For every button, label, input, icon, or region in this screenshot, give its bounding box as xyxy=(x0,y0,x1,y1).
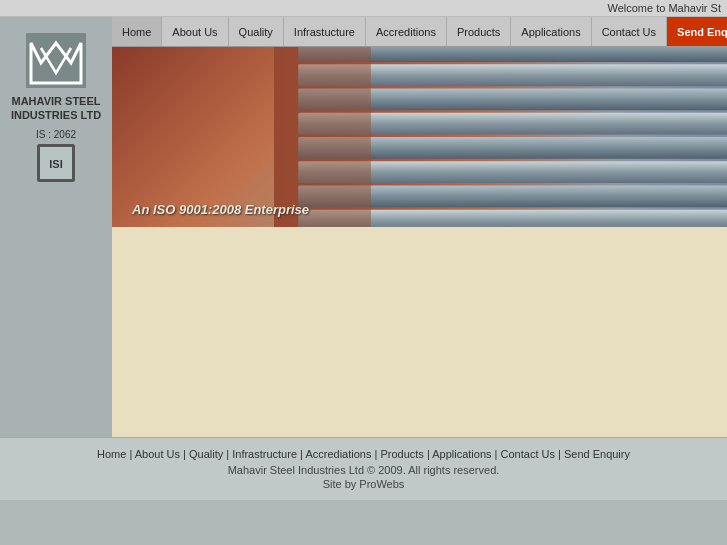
footer-link-enquiry[interactable]: Send Enquiry xyxy=(564,448,630,460)
svg-rect-13 xyxy=(274,47,371,227)
is-label: IS : 2062 xyxy=(36,129,76,140)
ist-badge: ISI xyxy=(37,144,75,182)
footer-credit: Site by ProWebs xyxy=(10,478,717,490)
footer-link-about[interactable]: About Us xyxy=(135,448,180,460)
iso-certification-text: An ISO 9001:2008 Enterprise xyxy=(132,202,309,217)
nav-quality[interactable]: Quality xyxy=(229,17,284,46)
send-enquiry-button[interactable]: Send Enquiry xyxy=(667,17,727,46)
footer-link-accreditations[interactable]: Accrediations xyxy=(305,448,371,460)
top-section: MAHAVIR STEELINDUSTRIES LTD IS : 2062 IS… xyxy=(0,17,727,437)
nav-accreditions[interactable]: Accreditions xyxy=(366,17,447,46)
content-area: Home About Us Quality Infrastucture Accr… xyxy=(112,17,727,437)
welcome-text: Welcome to Mahavir St xyxy=(607,2,721,14)
main-wrapper: MAHAVIR STEELINDUSTRIES LTD IS : 2062 IS… xyxy=(0,17,727,500)
nav-about-us[interactable]: About Us xyxy=(162,17,228,46)
company-logo xyxy=(26,33,86,88)
logo-area: MAHAVIR STEELINDUSTRIES LTD IS : 2062 IS… xyxy=(5,27,107,188)
sidebar: MAHAVIR STEELINDUSTRIES LTD IS : 2062 IS… xyxy=(0,17,112,437)
hero-area: An ISO 9001:2008 Enterprise xyxy=(112,47,727,227)
main-content xyxy=(112,227,727,437)
nav-products[interactable]: Products xyxy=(447,17,511,46)
welcome-bar: Welcome to Mahavir St xyxy=(0,0,727,17)
footer: Home | About Us | Quality | Infrastructu… xyxy=(0,437,727,500)
footer-link-products[interactable]: Products xyxy=(380,448,423,460)
footer-copyright: Mahavir Steel Industries Ltd © 2009. All… xyxy=(10,464,717,476)
svg-text:ISI: ISI xyxy=(49,158,62,170)
company-name: MAHAVIR STEELINDUSTRIES LTD xyxy=(11,94,101,123)
navbar: Home About Us Quality Infrastucture Accr… xyxy=(112,17,727,47)
footer-links: Home | About Us | Quality | Infrastructu… xyxy=(10,448,717,460)
footer-link-infrastructure[interactable]: Infrastructure xyxy=(232,448,297,460)
footer-link-quality[interactable]: Quality xyxy=(189,448,223,460)
nav-contact-us[interactable]: Contact Us xyxy=(592,17,667,46)
footer-link-applications[interactable]: Applications xyxy=(432,448,491,460)
footer-link-contact[interactable]: Contact Us xyxy=(501,448,555,460)
footer-link-home[interactable]: Home xyxy=(97,448,126,460)
nav-home[interactable]: Home xyxy=(112,17,162,46)
nav-applications[interactable]: Applications xyxy=(511,17,591,46)
nav-infrastructure[interactable]: Infrastucture xyxy=(284,17,366,46)
